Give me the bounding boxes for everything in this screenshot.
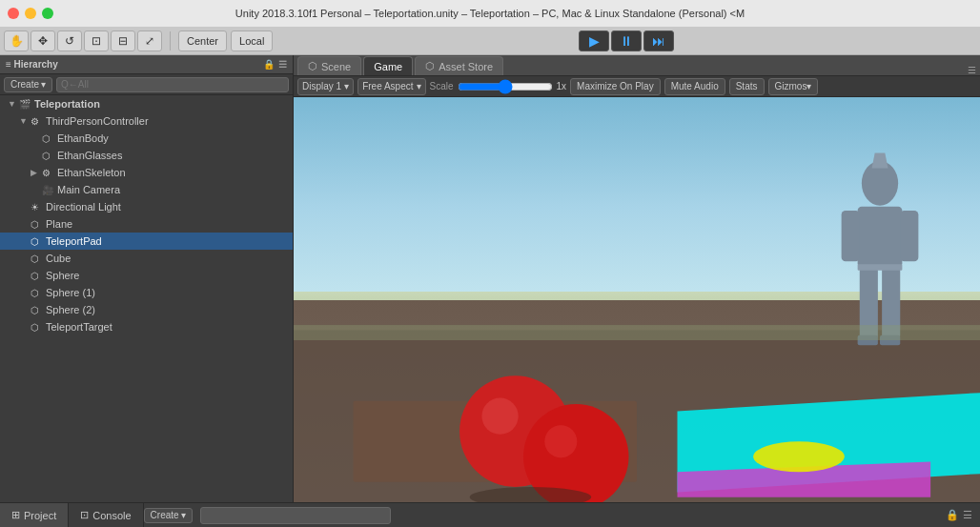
asset-store-label: Asset Store	[439, 61, 493, 72]
svg-rect-7	[858, 207, 903, 268]
object-icon: ⚙	[42, 168, 55, 178]
svg-point-18	[544, 425, 577, 457]
local-button[interactable]: Local	[231, 30, 273, 51]
lock-icon[interactable]: 🔒	[263, 59, 275, 70]
scale-tool-button[interactable]: ⊡	[84, 30, 109, 51]
transform-tool-button[interactable]: ⤢	[137, 30, 162, 51]
mute-audio-button[interactable]: Mute Audio	[664, 78, 725, 95]
minimize-button[interactable]	[25, 8, 36, 19]
dropdown-icon: ▾	[417, 81, 421, 91]
maximize-on-play-button[interactable]: Maximize On Play	[570, 78, 661, 95]
traffic-lights	[8, 8, 53, 19]
viewport-panel: ⬡ Scene Game ⬡ Asset Store ☰ Display 1 ▾…	[294, 55, 980, 502]
item-label: ThirdPersonController	[46, 115, 149, 127]
object-icon: ⚙	[31, 116, 44, 127]
display-select[interactable]: Display 1 ▾	[297, 78, 354, 95]
pause-button[interactable]: ⏸	[611, 30, 642, 51]
list-item[interactable]: ▶ ⚙ EthanSkeleton	[0, 164, 293, 181]
asset-store-icon: ⬡	[425, 60, 435, 72]
tab-bar-end: ☰	[968, 65, 976, 75]
project-search-input[interactable]	[200, 507, 391, 524]
svg-rect-9	[900, 211, 918, 261]
main-layout: ≡ Hierarchy 🔒 ☰ Create ▾ ▼ 🎬 Teleportati…	[0, 55, 980, 502]
close-button[interactable]	[8, 8, 19, 19]
lock-icon[interactable]: 🔒	[946, 509, 959, 521]
item-label: TeleportTarget	[46, 321, 112, 333]
arrow-icon: ▼	[8, 99, 19, 109]
console-icon: ⊡	[80, 509, 89, 521]
svg-rect-20	[294, 325, 980, 340]
main-toolbar: ✋ ✥ ↺ ⊡ ⊟ ⤢ Center Local ▶ ⏸ ⏭	[0, 27, 980, 55]
rect-tool-button[interactable]: ⊟	[111, 30, 135, 51]
title-bar: Unity 2018.3.10f1 Personal – Teleportati…	[0, 0, 980, 27]
hierarchy-search-input[interactable]	[56, 77, 289, 92]
scale-value: 1x	[557, 81, 567, 91]
mesh-icon: ⬡	[31, 288, 44, 298]
maximize-button[interactable]	[42, 8, 53, 19]
stats-button[interactable]: Stats	[729, 78, 765, 95]
list-item[interactable]: ⬡ Sphere	[0, 267, 293, 284]
light-icon: ☀	[31, 202, 44, 213]
play-controls: ▶ ⏸ ⏭	[579, 30, 674, 51]
create-label: Create	[10, 79, 39, 90]
dropdown-icon: ▾	[181, 510, 186, 520]
list-item[interactable]: ☀ Directional Light	[0, 198, 293, 215]
selected-hierarchy-item[interactable]: ⬡ TeleportPad	[0, 233, 293, 250]
scale-label: Scale	[430, 81, 454, 91]
item-label: Cube	[46, 253, 71, 264]
console-tab[interactable]: ⊡ Console	[69, 503, 143, 528]
list-item[interactable]: ▼ ⚙ ThirdPersonController	[0, 112, 293, 130]
step-button[interactable]: ⏭	[643, 30, 674, 51]
scale-slider[interactable]	[458, 79, 553, 94]
asset-store-tab[interactable]: ⬡ Asset Store	[415, 56, 503, 75]
project-icon: ⊞	[11, 509, 20, 521]
item-label: Sphere (2)	[46, 304, 95, 315]
list-item[interactable]: ⬡ Sphere (1)	[0, 284, 293, 301]
bottom-right-icons: 🔒 ☰	[938, 509, 980, 521]
item-label: TeleportPad	[46, 235, 102, 247]
menu-icon[interactable]: ☰	[963, 509, 972, 521]
hierarchy-tree: ▼ 🎬 Teleportation ▼ ⚙ ThirdPersonControl…	[0, 95, 293, 502]
hand-tool-button[interactable]: ✋	[4, 30, 29, 51]
tab-menu-icon[interactable]: ☰	[968, 65, 976, 75]
hierarchy-icons: 🔒 ☰	[263, 59, 287, 70]
aspect-select[interactable]: Free Aspect ▾	[357, 78, 425, 95]
item-label: Sphere	[46, 270, 79, 281]
mesh-icon: ⬡	[42, 151, 55, 161]
list-item[interactable]: 🎥 Main Camera	[0, 181, 293, 198]
move-tool-button[interactable]: ✥	[31, 30, 55, 51]
mesh-icon: ⬡	[31, 219, 44, 230]
game-tab[interactable]: Game	[363, 56, 413, 75]
bottom-bar: ⊞ Project ⊡ Console Create ▾ 🔒 ☰	[0, 502, 980, 527]
center-button[interactable]: Center	[178, 30, 227, 51]
game-tab-label: Game	[374, 61, 402, 72]
list-item[interactable]: ⬡ EthanBody	[0, 130, 293, 147]
list-item[interactable]: ⬡ EthanGlasses	[0, 147, 293, 164]
window-title: Unity 2018.3.10f1 Personal – Teleportati…	[235, 8, 745, 19]
mesh-icon: ⬡	[31, 322, 44, 333]
scene-tab[interactable]: ⬡ Scene	[297, 56, 361, 75]
rotate-tool-button[interactable]: ↺	[57, 30, 82, 51]
play-button[interactable]: ▶	[579, 30, 609, 51]
hierarchy-title: ≡ Hierarchy	[6, 59, 263, 70]
item-label: Sphere (1)	[46, 287, 95, 298]
scene-root-item[interactable]: ▼ 🎬 Teleportation	[0, 95, 293, 112]
list-item[interactable]: ⬡ Cube	[0, 250, 293, 267]
mesh-icon: ⬡	[42, 133, 55, 144]
gizmos-button[interactable]: Gizmos ▾	[768, 78, 819, 95]
arrow-icon: ▼	[19, 116, 31, 126]
project-tab[interactable]: ⊞ Project	[0, 503, 69, 528]
menu-icon[interactable]: ☰	[278, 59, 287, 70]
list-item[interactable]: ⬡ TeleportTarget	[0, 318, 293, 335]
list-item[interactable]: ⬡ Sphere (2)	[0, 301, 293, 318]
item-label: Plane	[46, 218, 72, 230]
dropdown-icon: ▾	[41, 79, 46, 90]
center-label: Center	[187, 35, 218, 47]
item-label: EthanGlasses	[57, 150, 122, 161]
hierarchy-create-button[interactable]: Create ▾	[4, 77, 52, 92]
list-item[interactable]: ⬡ Plane	[0, 215, 293, 233]
project-create-button[interactable]: Create ▾	[144, 508, 193, 523]
create-label: Create	[151, 510, 179, 520]
hierarchy-panel: ≡ Hierarchy 🔒 ☰ Create ▾ ▼ 🎬 Teleportati…	[0, 55, 294, 502]
scene-label: Teleportation	[34, 98, 100, 110]
